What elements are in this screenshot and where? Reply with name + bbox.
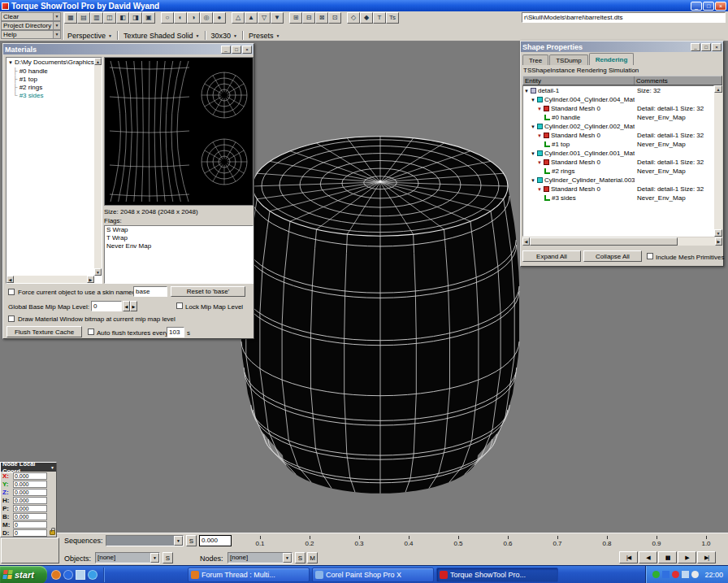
taskbar-task-button[interactable]: Corel Paint Shop Pro X (312, 568, 434, 582)
objects-s-button[interactable]: S (162, 552, 173, 563)
taskbar-task-button[interactable]: Forum Thread : Multi... (188, 568, 310, 582)
sphere-right-icon[interactable]: ◑ (187, 12, 200, 24)
list-view-icon[interactable]: ▤ (77, 12, 90, 24)
alert-icon[interactable] (672, 571, 679, 578)
play-button[interactable]: ▶ (678, 551, 696, 563)
tab-tsdump[interactable]: TSDump (549, 54, 588, 65)
left-pane-icon[interactable]: ◧ (116, 12, 129, 24)
include-mesh-checkbox[interactable] (647, 253, 653, 259)
grid-size-dropdown[interactable]: 30x30▼ (208, 30, 240, 41)
minimize-button[interactable]: _ (691, 2, 702, 11)
scroll-down-icon[interactable]: ▼ (714, 229, 722, 237)
go-to-end-button[interactable]: ▶| (697, 551, 716, 563)
window-collapse-icon[interactable]: ⊟ (302, 12, 315, 24)
close-button[interactable]: × (715, 2, 726, 11)
scroll-left-icon[interactable]: ◀ (522, 237, 530, 246)
collapse-all-button[interactable]: Collapse All (583, 250, 642, 262)
tree-expanded-icon[interactable]: ▼ (531, 98, 535, 102)
start-button[interactable]: start (0, 566, 47, 583)
horizontal-scrollbar[interactable]: ◀ ▶ (6, 276, 94, 283)
tree-expanded-icon[interactable]: ▼ (524, 89, 529, 94)
minimize-button[interactable]: _ (691, 43, 700, 51)
maximize-button[interactable]: □ (703, 2, 714, 11)
shading-mode-dropdown[interactable]: Texture Shaded Solid▼ (120, 30, 203, 41)
title-bar[interactable]: Torque ShowTool Pro by David Wyand _ □ × (0, 0, 728, 11)
grid-view-icon[interactable]: ▦ (64, 12, 77, 24)
skin-name-field[interactable]: base (133, 286, 167, 297)
shape-tree-row[interactable]: ▼Cylinder.001_Cylinder.001_Mater (523, 149, 713, 158)
browser-icon[interactable] (51, 570, 61, 580)
chevron-down-icon[interactable]: ▼ (150, 553, 159, 563)
diamond-icon[interactable]: ◇ (347, 12, 360, 24)
tree-expanded-icon[interactable]: ▼ (537, 160, 542, 165)
shape-tree-row[interactable]: #1 topNever_Env_Map (523, 140, 713, 149)
nodes-s-button[interactable]: S (295, 552, 306, 563)
shape-tree-row[interactable]: ▼Cylinder.004_Cylinder.004_Mater (523, 95, 713, 104)
window-grid-icon[interactable]: ⊞ (289, 12, 302, 24)
materials-tree-item[interactable]: └#3 sides (6, 91, 102, 99)
scroll-right-icon[interactable]: ▶ (87, 276, 94, 283)
shape-tree-row[interactable]: #3 sidesNever_Env_Map (523, 194, 713, 202)
target-icon[interactable]: ◎ (200, 12, 213, 24)
sphere-left-icon[interactable]: ◐ (174, 12, 187, 24)
timeline-ruler[interactable]: 0.10.20.30.40.50.60.70.80.91.0 (237, 536, 715, 549)
vertical-scrollbar[interactable]: ▲ ▼ (94, 58, 102, 276)
presets-dropdown[interactable]: Presets▼ (245, 30, 283, 41)
tree-expanded-icon[interactable]: ▼ (537, 133, 542, 138)
mip-level-field[interactable]: 0 (91, 301, 122, 311)
shape-tree-row[interactable]: ▼Cylinder_Cylinder_Material.003_L (523, 176, 713, 185)
split-view-icon[interactable]: ◫ (103, 12, 116, 24)
expand-all-button[interactable]: Expand All (522, 250, 581, 262)
tab-rendering[interactable]: Rendering (589, 53, 635, 65)
shape-tree-row[interactable]: ▼Standard Mesh 0Detail: detail-1 Size: 3… (523, 185, 713, 194)
scroll-left-icon[interactable]: ◀ (6, 276, 14, 283)
taskbar-task-button[interactable]: Torque ShowTool Pro... (436, 568, 558, 582)
force-skin-checkbox[interactable] (8, 289, 15, 295)
materials-tree-item[interactable]: ├#1 top (6, 75, 102, 83)
shape-tree-row[interactable]: ▼Cylinder.002_Cylinder.002_Mater (523, 122, 713, 131)
tree-expanded-icon[interactable]: ▼ (531, 178, 535, 183)
sequence-s-button[interactable]: S (186, 535, 197, 546)
triangle-up-solid-icon[interactable]: ▲ (245, 12, 258, 24)
shape-tree-row[interactable]: ▼Standard Mesh 0Detail: detail-1 Size: 3… (523, 131, 713, 140)
auto-flush-checkbox[interactable] (88, 328, 94, 335)
status-green-icon[interactable] (652, 571, 660, 578)
scroll-up-icon[interactable]: ▲ (714, 85, 722, 93)
materials-title-bar[interactable]: Materials _ □ × (3, 44, 254, 54)
entity-column-header[interactable]: Entity (523, 76, 635, 85)
draw-bitmap-checkbox[interactable] (8, 315, 15, 322)
tree-expanded-icon[interactable]: ▼ (531, 124, 535, 129)
help-dropdown[interactable]: Help ▼ (1, 30, 61, 39)
scrollbar-thumb[interactable] (530, 237, 678, 246)
scrollbar-track[interactable] (530, 237, 715, 246)
perspective-dropdown[interactable]: Perspective▼ (64, 30, 115, 41)
chevron-down-icon[interactable]: ▼ (283, 553, 292, 563)
spin-left-icon[interactable]: ◀ (123, 301, 130, 311)
shape-tree-row[interactable]: ▼detail-1Size: 32 (523, 86, 713, 95)
media-player-icon[interactable] (88, 570, 98, 580)
text-tool-icon[interactable]: T (373, 12, 386, 24)
tree-expanded-icon[interactable]: ▼ (537, 107, 542, 111)
triangle-up-icon[interactable]: △ (232, 12, 245, 24)
maximize-button[interactable]: □ (232, 46, 241, 54)
right-pane-icon[interactable]: ◨ (129, 12, 142, 24)
materials-tree-item[interactable]: ├#2 rings (6, 83, 102, 91)
internet-icon[interactable] (63, 570, 73, 580)
window-close-icon[interactable]: ⊠ (315, 12, 328, 24)
shape-tree-row[interactable]: ▼Standard Mesh 0Detail: detail-1 Size: 3… (523, 158, 713, 167)
scroll-right-icon[interactable]: ▶ (715, 237, 722, 246)
scrollbar-track[interactable] (94, 65, 102, 268)
display-icon[interactable] (682, 571, 689, 578)
close-button[interactable]: × (242, 46, 252, 54)
shape-properties-title-bar[interactable]: Shape Properties _ □ × (521, 41, 723, 52)
frame-view-icon[interactable]: ▣ (142, 12, 155, 24)
materials-tree-root[interactable]: ▼ D:\My Documents\Graphics + (6, 58, 102, 67)
step-back-button[interactable]: ◀ (639, 551, 657, 563)
network-icon[interactable] (662, 571, 670, 578)
coord-space-dropdown[interactable]: Node Local Coord ▼ (1, 463, 56, 472)
triangle-down-icon[interactable]: ▽ (258, 12, 271, 24)
nodes-dropdown[interactable]: [none] ▼ (228, 552, 292, 563)
tree-expanded-icon[interactable]: ▼ (8, 60, 13, 65)
clear-dropdown[interactable]: Clear ▼ (1, 12, 61, 21)
tree-expanded-icon[interactable]: ▼ (537, 187, 542, 192)
